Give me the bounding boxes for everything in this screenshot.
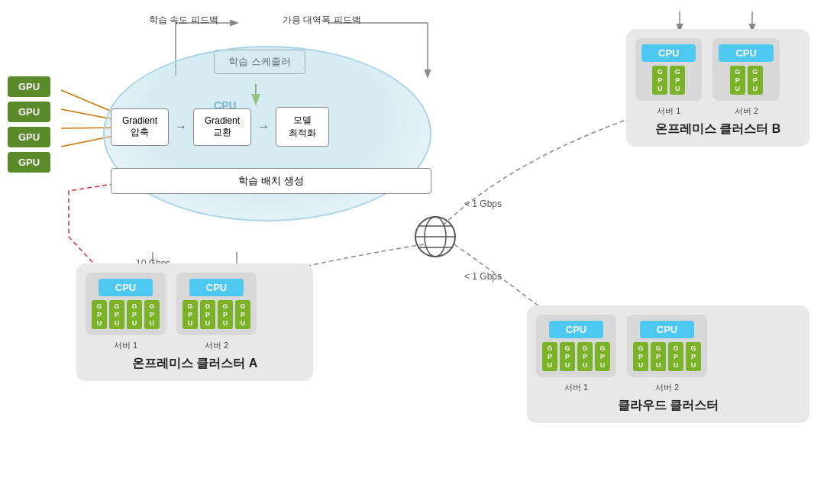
cloud-server1-label: 서버 1	[564, 382, 588, 393]
arrow-1: →	[175, 120, 187, 134]
bandwidth-external2-label: < 1 Gbps	[464, 271, 502, 282]
onprem-b-server2-box: CPU GPU GPU	[712, 38, 779, 101]
onprem-a-servers: CPU GPU GPU GPU GPU 서버 1 CPU GPU GPU GPU…	[86, 273, 304, 351]
onprem-b-server2-label: 서버 2	[735, 105, 758, 117]
gpu-box-1: GPU	[8, 76, 50, 97]
gpu-box-3: GPU	[8, 127, 50, 147]
onprem-a-subtitle: 온프레미스 클러스터 A	[86, 356, 304, 372]
gpu-box-2: GPU	[8, 102, 50, 122]
bandwidth-external1-label: < 1 Gbps	[464, 199, 502, 209]
onprem-b-server2: CPU GPU GPU 서버 2	[712, 38, 779, 117]
cloud-server2: CPU GPU GPU GPU GPU 서버 2	[627, 315, 707, 393]
onprem-b-server1-cpu: CPU	[641, 44, 696, 62]
batch-generation-box: 학습 배치 생성	[111, 168, 431, 194]
gpu-a1-3: GPU	[127, 300, 142, 329]
onprem-a-server2-cpu: CPU	[189, 279, 244, 296]
gpu-c1-1: GPU	[542, 342, 557, 371]
onprem-a-server2-gpus: GPU GPU GPU GPU	[183, 300, 250, 329]
onprem-a-server2-box: CPU GPU GPU GPU GPU	[176, 273, 257, 335]
bandwidth-feedback-label: 가용 대역폭 피드백	[283, 14, 361, 27]
gpu-a1-4: GPU	[144, 300, 160, 329]
gpu-b2-2: GPU	[748, 66, 763, 95]
cloud-server2-cpu: CPU	[640, 321, 694, 338]
cloud-cluster: CPU GPU GPU GPU GPU 서버 1 CPU GPU GPU GPU…	[527, 305, 809, 423]
gpu-a1-1: GPU	[92, 300, 107, 329]
gpu-a2-3: GPU	[218, 300, 233, 329]
onprem-b-server1: CPU GPU GPU 서버 1	[635, 38, 702, 117]
cloud-servers: CPU GPU GPU GPU GPU 서버 1 CPU GPU GPU GPU…	[536, 315, 800, 393]
gpu-c2-4: GPU	[686, 342, 701, 371]
speed-feedback-label: 학습 속도 피드백	[149, 14, 218, 27]
gpu-c1-3: GPU	[577, 342, 593, 371]
onprem-a-server1-cpu: CPU	[99, 279, 153, 296]
cloud-server1-box: CPU GPU GPU GPU GPU	[536, 315, 616, 377]
gpu-b1-1: GPU	[652, 66, 667, 95]
cloud-subtitle: 클라우드 클러스터	[536, 398, 800, 414]
cloud-server2-gpus: GPU GPU GPU GPU	[633, 342, 701, 371]
onprem-b-server2-cpu: CPU	[719, 44, 773, 62]
gpu-c2-2: GPU	[651, 342, 666, 371]
gpu-c2-1: GPU	[633, 342, 648, 371]
gpu-c1-4: GPU	[595, 342, 610, 371]
cloud-server2-label: 서버 2	[655, 382, 679, 393]
process-row: Gradient압축 → Gradient교환 → 모델최적화	[111, 107, 329, 147]
gpu-stack: GPU GPU GPU GPU	[8, 76, 50, 173]
onprem-a-server1: CPU GPU GPU GPU GPU 서버 1	[86, 273, 166, 351]
gpu-b2-1: GPU	[730, 66, 745, 95]
onprem-a-server1-box: CPU GPU GPU GPU GPU	[86, 273, 166, 335]
onprem-a-server2: CPU GPU GPU GPU GPU 서버 2	[176, 273, 257, 351]
gradient-exchange-box: Gradient교환	[193, 108, 251, 146]
globe-icon	[412, 214, 458, 260]
onprem-b-subtitle: 온프레미스 클러스터 B	[635, 121, 800, 137]
gpu-c1-2: GPU	[560, 342, 575, 371]
model-optimize-box: 모델최적화	[276, 107, 329, 147]
gpu-a1-2: GPU	[109, 300, 124, 329]
onprem-a-server1-gpus: GPU GPU GPU GPU	[92, 300, 160, 329]
cloud-server2-box: CPU GPU GPU GPU GPU	[627, 315, 707, 377]
gpu-a2-2: GPU	[200, 300, 215, 329]
onprem-cluster-b: CPU GPU GPU 서버 1 CPU GPU GPU 서버 2 온프레미스 …	[626, 29, 809, 147]
gpu-c2-3: GPU	[668, 342, 683, 371]
onprem-cluster-a: CPU GPU GPU GPU GPU 서버 1 CPU GPU GPU GPU…	[76, 263, 313, 381]
onprem-a-server1-label: 서버 1	[114, 340, 137, 351]
onprem-b-servers: CPU GPU GPU 서버 1 CPU GPU GPU 서버 2	[635, 38, 800, 117]
arrow-2: →	[257, 120, 270, 134]
cloud-server1: CPU GPU GPU GPU GPU 서버 1	[536, 315, 616, 393]
onprem-b-server1-box: CPU GPU GPU	[635, 38, 702, 101]
onprem-a-server2-label: 서버 2	[205, 340, 228, 351]
gpu-a2-4: GPU	[235, 300, 250, 329]
onprem-b-server2-gpus: GPU GPU	[730, 66, 763, 95]
cloud-server1-gpus: GPU GPU GPU GPU	[542, 342, 610, 371]
gpu-a2-1: GPU	[183, 300, 198, 329]
gpu-box-4: GPU	[8, 152, 50, 173]
cloud-server1-cpu: CPU	[549, 321, 603, 338]
gradient-compress-box: Gradient압축	[111, 108, 169, 146]
onprem-b-server1-label: 서버 1	[657, 105, 680, 117]
gpu-b1-2: GPU	[670, 66, 685, 95]
onprem-b-server1-gpus: GPU GPU	[652, 66, 685, 95]
